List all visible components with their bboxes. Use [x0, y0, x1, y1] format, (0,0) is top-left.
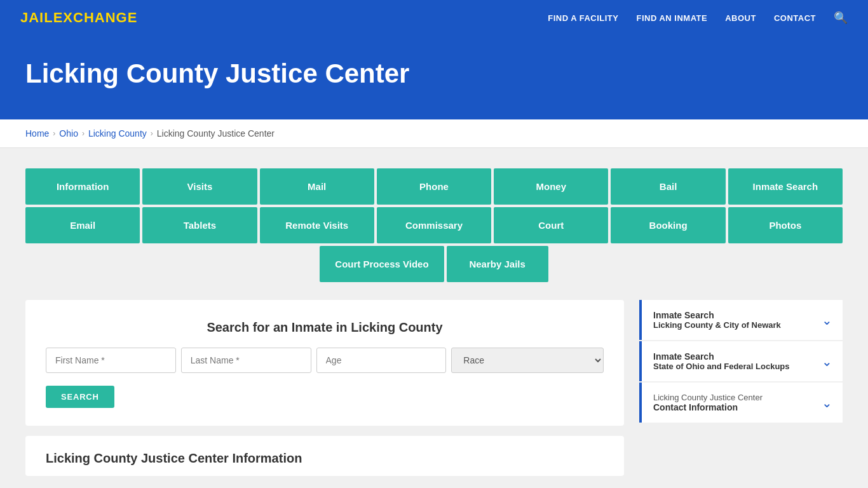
btn-booking[interactable]: Booking	[611, 207, 725, 243]
page-body: Information Visits Mail Phone Money Bail…	[0, 148, 868, 488]
chevron-down-icon-1: ⌄	[822, 313, 832, 328]
breadcrumb-sep-2: ›	[82, 129, 85, 138]
search-button[interactable]: SEARCH	[46, 386, 114, 408]
btn-email[interactable]: Email	[25, 207, 140, 243]
sidebar-item-sublabel-1: Licking County & City of Newark	[653, 320, 781, 330]
nav-button-row-2: Email Tablets Remote Visits Commissary C…	[25, 207, 843, 243]
chevron-down-icon-3: ⌄	[822, 395, 832, 410]
sidebar-item-text-1: Inmate Search Licking County & City of N…	[653, 310, 781, 330]
navbar-links: FIND A FACILITY FIND AN INMATE ABOUT CON…	[548, 11, 848, 25]
sidebar-item-text-3: Licking County Justice Center Contact In…	[653, 393, 763, 412]
sidebar-item-label-1: Inmate Search	[653, 310, 781, 320]
nav-contact[interactable]: CONTACT	[774, 13, 816, 23]
sidebar-item-sublabel-3: Contact Information	[653, 402, 763, 412]
btn-nearby-jails[interactable]: Nearby Jails	[447, 246, 548, 282]
race-select[interactable]: Race White Black Hispanic Asian Other	[451, 348, 604, 373]
btn-photos[interactable]: Photos	[728, 207, 843, 243]
nav-button-row-1: Information Visits Mail Phone Money Bail…	[25, 168, 843, 205]
btn-information[interactable]: Information	[25, 168, 140, 205]
breadcrumb-sep-1: ›	[53, 129, 55, 138]
btn-mail[interactable]: Mail	[260, 168, 374, 205]
btn-visits[interactable]: Visits	[142, 168, 257, 205]
sidebar-item-contact[interactable]: Licking County Justice Center Contact In…	[639, 383, 843, 423]
sidebar-item-inmate-search-licking[interactable]: Inmate Search Licking County & City of N…	[639, 300, 843, 340]
sidebar-item-sublabel-2: State of Ohio and Federal Lockups	[653, 362, 790, 371]
age-input[interactable]	[316, 348, 447, 373]
breadcrumb-home[interactable]: Home	[25, 128, 49, 139]
nav-find-facility[interactable]: FIND A FACILITY	[548, 13, 618, 23]
btn-inmate-search[interactable]: Inmate Search	[728, 168, 843, 205]
sidebar-item-text-2: Inmate Search State of Ohio and Federal …	[653, 351, 790, 371]
first-name-input[interactable]	[46, 348, 176, 373]
left-column: Search for an Inmate in Licking County R…	[25, 300, 624, 476]
btn-bail[interactable]: Bail	[611, 168, 725, 205]
content-row: Search for an Inmate in Licking County R…	[25, 300, 843, 476]
chevron-down-icon-2: ⌄	[822, 354, 832, 369]
breadcrumb-sep-3: ›	[151, 129, 153, 138]
nav-about[interactable]: ABOUT	[725, 13, 756, 23]
btn-phone[interactable]: Phone	[377, 168, 491, 205]
info-section: Licking County Justice Center Informatio…	[25, 436, 624, 476]
search-title: Search for an Inmate in Licking County	[46, 320, 604, 335]
nav-find-inmate[interactable]: FIND AN INMATE	[636, 13, 707, 23]
sidebar-item-inmate-search-ohio[interactable]: Inmate Search State of Ohio and Federal …	[639, 341, 843, 381]
search-form: Race White Black Hispanic Asian Other	[46, 348, 604, 373]
btn-commissary[interactable]: Commissary	[377, 207, 491, 243]
breadcrumb-current: Licking County Justice Center	[157, 128, 275, 139]
sidebar: Inmate Search Licking County & City of N…	[639, 300, 843, 424]
logo-exchange: EXCHANGE	[53, 10, 138, 25]
btn-court[interactable]: Court	[494, 207, 608, 243]
search-panel: Search for an Inmate in Licking County R…	[25, 300, 624, 426]
btn-money[interactable]: Money	[494, 168, 608, 205]
hero-banner: Licking County Justice Center	[0, 36, 868, 119]
last-name-input[interactable]	[181, 348, 311, 373]
navbar: JAILEXCHANGE FIND A FACILITY FIND AN INM…	[0, 0, 868, 36]
info-title: Licking County Justice Center Informatio…	[46, 451, 604, 466]
logo-jail: JAIL	[20, 10, 53, 25]
search-icon[interactable]: 🔍	[834, 11, 848, 25]
sidebar-item-label-3: Licking County Justice Center	[653, 393, 763, 402]
breadcrumb-ohio[interactable]: Ohio	[59, 128, 78, 139]
page-title: Licking County Justice Center	[25, 58, 843, 89]
site-logo[interactable]: JAILEXCHANGE	[20, 10, 137, 26]
btn-remote-visits[interactable]: Remote Visits	[260, 207, 374, 243]
sidebar-item-label-2: Inmate Search	[653, 351, 790, 362]
breadcrumb-bar: Home › Ohio › Licking County › Licking C…	[0, 119, 868, 148]
breadcrumb: Home › Ohio › Licking County › Licking C…	[25, 128, 843, 139]
breadcrumb-licking-county[interactable]: Licking County	[88, 128, 147, 139]
btn-court-process-video[interactable]: Court Process Video	[320, 246, 444, 282]
btn-tablets[interactable]: Tablets	[142, 207, 257, 243]
nav-button-row-3: Court Process Video Nearby Jails	[25, 246, 843, 282]
